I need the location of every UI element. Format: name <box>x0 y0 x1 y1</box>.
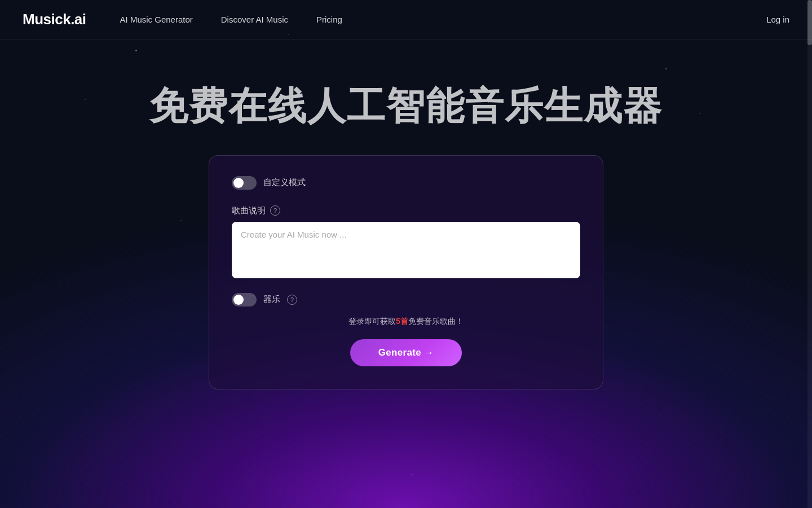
info-text: 登录即可获取5首免费音乐歌曲！ <box>232 317 580 327</box>
info-highlight-num: 5 <box>396 317 400 326</box>
hero-title: 免费在线人工智能音乐生成器 <box>149 85 663 127</box>
custom-mode-label: 自定义模式 <box>263 177 306 188</box>
pricing-link[interactable]: Pricing <box>316 15 342 24</box>
login-button[interactable]: Log in <box>766 15 789 24</box>
toggle-thumb <box>233 178 244 188</box>
instrument-label: 器乐 <box>263 294 280 305</box>
generator-card: 自定义模式 歌曲说明 ? 器乐 ? 登录即可获取5首免费音乐歌曲！ Genera… <box>209 155 603 389</box>
info-highlight-cn: 首 <box>400 317 408 326</box>
generate-label: Generate → <box>378 347 434 358</box>
song-desc-label-row: 歌曲说明 ? <box>232 205 580 216</box>
instrument-toggle-thumb <box>233 295 244 305</box>
instrument-help-icon[interactable]: ? <box>287 295 297 305</box>
song-desc-help-icon[interactable]: ? <box>270 205 280 216</box>
instrument-toggle[interactable] <box>232 293 257 306</box>
ai-music-generator-link[interactable]: AI Music Generator <box>120 15 193 24</box>
site-logo: Musick.ai <box>23 11 86 28</box>
discover-ai-music-link[interactable]: Discover AI Music <box>221 15 288 24</box>
instrument-row: 器乐 ? <box>232 293 580 306</box>
generate-button[interactable]: Generate → <box>350 339 462 366</box>
nav-links: AI Music Generator Discover AI Music Pri… <box>120 15 767 24</box>
navbar: Musick.ai AI Music Generator Discover AI… <box>0 0 812 40</box>
scrollbar-thumb[interactable] <box>807 0 812 45</box>
info-prefix: 登录即可获取 <box>348 317 396 326</box>
custom-mode-toggle[interactable] <box>232 176 257 190</box>
custom-mode-row: 自定义模式 <box>232 176 580 190</box>
song-desc-label: 歌曲说明 <box>232 205 266 216</box>
info-suffix: 免费音乐歌曲！ <box>408 317 464 326</box>
music-description-input[interactable] <box>232 222 580 278</box>
scrollbar-track <box>807 0 812 508</box>
main-content: 免费在线人工智能音乐生成器 自定义模式 歌曲说明 ? 器乐 ? 登录即可获取5首… <box>0 40 812 389</box>
